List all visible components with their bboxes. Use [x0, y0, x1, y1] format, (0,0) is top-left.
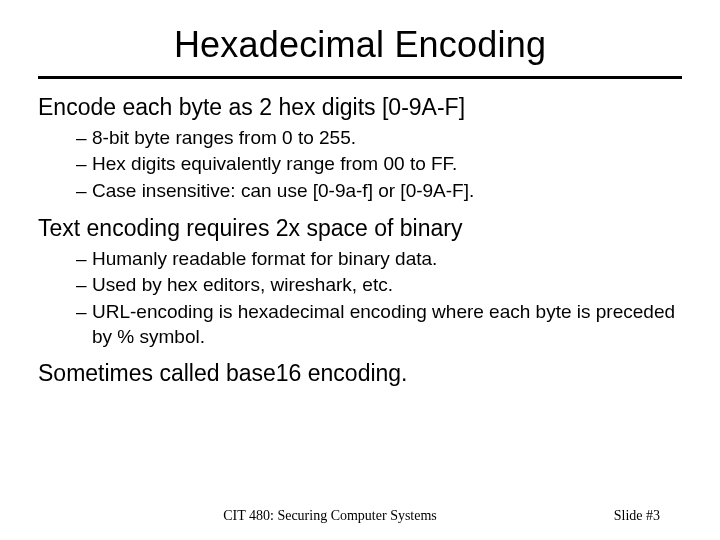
- slide-title: Hexadecimal Encoding: [38, 24, 682, 66]
- list-item: Hex digits equivalently range from 00 to…: [76, 152, 682, 177]
- list-item: 8-bit byte ranges from 0 to 255.: [76, 126, 682, 151]
- list-item: Case insensitive: can use [0-9a-f] or [0…: [76, 179, 682, 204]
- bullet-list-1: Humanly readable format for binary data.…: [76, 247, 682, 350]
- section-heading-0: Encode each byte as 2 hex digits [0-9A-F…: [38, 93, 682, 122]
- list-item: URL-encoding is hexadecimal encoding whe…: [76, 300, 682, 349]
- bullet-list-0: 8-bit byte ranges from 0 to 255. Hex dig…: [76, 126, 682, 204]
- footer-course: CIT 480: Securing Computer Systems: [0, 508, 660, 524]
- list-item: Humanly readable format for binary data.: [76, 247, 682, 272]
- list-item: Used by hex editors, wireshark, etc.: [76, 273, 682, 298]
- footer: CIT 480: Securing Computer Systems Slide…: [0, 508, 720, 524]
- section-heading-2: Sometimes called base16 encoding.: [38, 359, 682, 388]
- section-heading-1: Text encoding requires 2x space of binar…: [38, 214, 682, 243]
- slide: Hexadecimal Encoding Encode each byte as…: [0, 0, 720, 540]
- footer-slide-number: Slide #3: [614, 508, 660, 524]
- title-underline: [38, 76, 682, 79]
